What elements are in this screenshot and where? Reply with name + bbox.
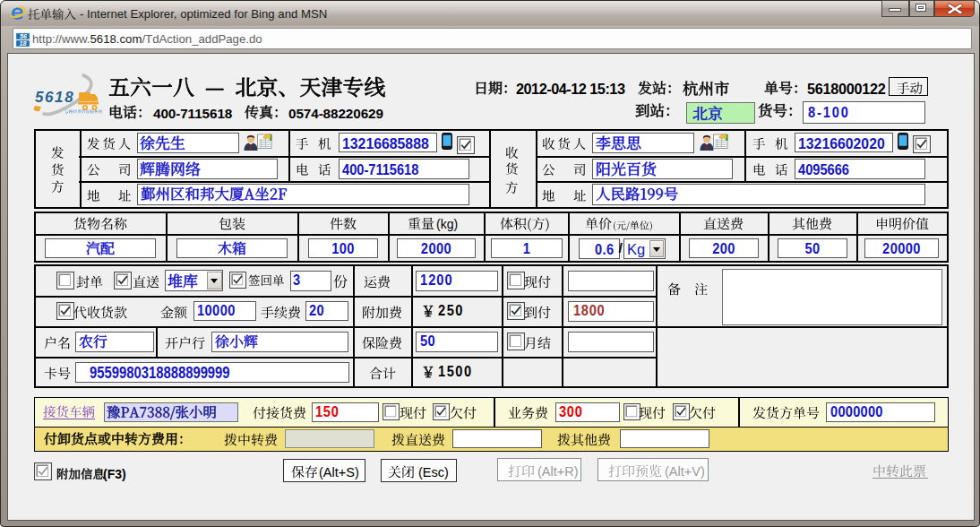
svg-text:18: 18 xyxy=(20,39,27,48)
svg-text:5618: 5618 xyxy=(35,89,74,106)
